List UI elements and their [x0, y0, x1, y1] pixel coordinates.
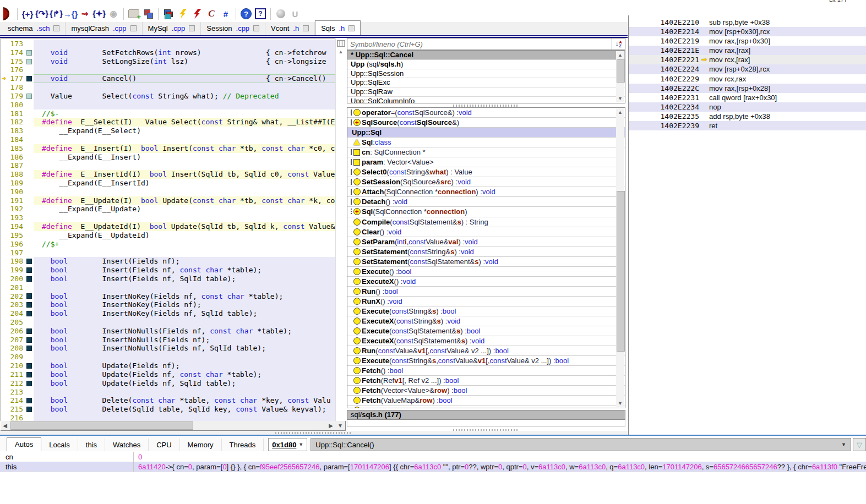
marker-column[interactable]	[25, 57, 34, 66]
disasm-row[interactable]: 1402E2239ret	[629, 121, 866, 130]
hash-icon[interactable]: #	[219, 7, 233, 20]
marker-column[interactable]	[25, 127, 34, 135]
marker-column[interactable]	[25, 396, 34, 405]
editor-right-bar[interactable]: ▲	[335, 38, 346, 421]
member-scope-header[interactable]: Upp::Sql	[347, 128, 625, 138]
marker-column[interactable]	[25, 361, 34, 370]
editor-line[interactable]: 204 bool InsertNoKey(Fields nf, SqlId ta…	[1, 309, 336, 318]
code-text[interactable]: bool InsertNoKey(Fields nf, SqlId table)…	[34, 309, 336, 318]
tab-schema[interactable]: schema.sch	[2, 22, 66, 35]
line-number[interactable]: 196	[1, 240, 25, 249]
tab-MySql[interactable]: MySql.cpp	[143, 22, 201, 35]
trace-icon[interactable]: ⇝	[78, 7, 92, 20]
marker-column[interactable]	[25, 213, 34, 222]
member-item[interactable]: Run() : bool	[347, 287, 625, 297]
marker-column[interactable]	[25, 144, 34, 153]
marker-column[interactable]	[25, 74, 34, 83]
layers-icon[interactable]	[161, 7, 176, 20]
marker-column[interactable]	[25, 249, 34, 258]
line-number[interactable]: 178	[1, 83, 25, 92]
marker-column[interactable]	[25, 83, 34, 92]
marker-column[interactable]	[25, 283, 34, 292]
member-item[interactable]: Attach(SqlConnection *connection) : void	[347, 187, 625, 197]
line-number[interactable]: 199	[1, 266, 25, 275]
editor-line[interactable]: 196//$+	[1, 240, 336, 249]
watch-row[interactable]: this6a11420->{ cn=0, param=[0] {} }, { c…	[0, 462, 866, 472]
line-number[interactable]: 208	[1, 344, 25, 353]
member-item[interactable]: Compile(const SqlStatement& s) : String	[347, 217, 625, 227]
member-item[interactable]: SetSession(SqlSource& src) : void	[347, 177, 625, 187]
marker-column[interactable]	[25, 48, 34, 57]
symbol-item[interactable]: * Upp::Sql::Cancel	[347, 51, 625, 60]
symbol-scrollbar[interactable]: ▲ ▼	[616, 51, 624, 102]
marker-column[interactable]	[25, 292, 34, 301]
bolt-red-icon[interactable]	[190, 7, 204, 20]
scroll-down-icon[interactable]: ▼	[616, 95, 624, 102]
code-editor[interactable]: 173174 void SetFetchRows(int nrows) { cn…	[1, 38, 346, 431]
code-text[interactable]: __Expand(E__InsertId)	[34, 179, 336, 188]
line-number[interactable]: 185	[1, 144, 25, 153]
code-text[interactable]: bool Insert(Fields nf, const char *table…	[34, 266, 336, 275]
editor-line[interactable]: 199 bool Insert(Fields nf, const char *t…	[1, 266, 336, 275]
member-item[interactable]: Run(const Value& v1 [, const Value& v2 .…	[347, 346, 625, 356]
editor-line[interactable]: 190	[1, 188, 336, 196]
line-number[interactable]: 202	[1, 292, 25, 301]
editor-line[interactable]: 198 bool Insert(Fields nf);	[1, 257, 336, 266]
help-circle-icon[interactable]: ?	[239, 7, 253, 20]
debugger-tab-memory[interactable]: Memory	[180, 439, 222, 451]
line-number[interactable]: 184	[1, 135, 25, 144]
code-text[interactable]: bool Delete(SqlId table, SqlId key, cons…	[34, 405, 336, 414]
member-item[interactable]: param : Vector<Value>	[347, 157, 625, 167]
run-to-cursor-icon[interactable]: →{}	[63, 7, 78, 20]
marker-column[interactable]	[25, 170, 34, 179]
scroll-thumb[interactable]	[617, 59, 625, 83]
marker-column[interactable]	[25, 109, 34, 118]
code-text[interactable]	[34, 388, 336, 397]
member-item[interactable]: cn : SqlConnection *	[347, 147, 625, 157]
disasm-row[interactable]: 1402E2219mov rax,[rsp+0x30]	[629, 36, 866, 46]
debugger-tab-locals[interactable]: Locals	[41, 439, 78, 451]
code-text[interactable]	[34, 101, 336, 109]
debugger-tab-threads[interactable]: Threads	[222, 439, 264, 451]
code-text[interactable]: bool InsertNoKey(Fields nf);	[34, 300, 336, 309]
member-item[interactable]: SqlSource(const SqlSource&)	[347, 118, 625, 128]
code-text[interactable]: #define E__Select(I) Value Select(const …	[34, 118, 336, 127]
symbol-item[interactable]: Upp (sql/sqls.h)	[347, 60, 625, 69]
stop-icon[interactable]	[0, 7, 14, 20]
frame-selector[interactable]: Upp::Sql::Cancel() ▼	[311, 438, 851, 451]
marker-column[interactable]	[25, 388, 34, 397]
line-number[interactable]: 201	[1, 283, 25, 292]
editor-line[interactable]: 203 bool InsertNoKey(Fields nf);	[1, 300, 336, 309]
member-item[interactable]: Fetch() : bool	[347, 366, 625, 376]
line-number[interactable]: 210	[1, 361, 25, 370]
marker-column[interactable]	[25, 222, 34, 231]
member-item[interactable]: Detach() : void	[347, 197, 625, 207]
hscroll-left-icon[interactable]: ◀	[1, 423, 9, 429]
line-number[interactable]: 204	[1, 309, 25, 318]
line-number[interactable]: 205	[1, 318, 25, 327]
code-text[interactable]: bool Update(Fields nf, const char *table…	[34, 370, 336, 379]
hscroll-thumb[interactable]	[10, 421, 193, 430]
line-number[interactable]: 195	[1, 231, 25, 240]
line-number[interactable]: 179	[1, 92, 25, 101]
line-number[interactable]: 209	[1, 353, 25, 361]
member-item[interactable]: Execute(const String& s) : bool	[347, 306, 625, 316]
line-number[interactable]: 212	[1, 379, 25, 388]
code-text[interactable]: bool Insert(Fields nf);	[34, 257, 336, 266]
code-text[interactable]	[34, 283, 336, 292]
member-item[interactable]: Fetch(Vector<Value>& row) : bool	[347, 386, 625, 396]
line-number[interactable]: 176	[1, 65, 25, 74]
main-splitter[interactable]	[0, 431, 628, 435]
line-number[interactable]: 173	[1, 40, 25, 48]
marker-column[interactable]	[25, 353, 34, 361]
editor-line[interactable]: 201	[1, 283, 336, 292]
line-number[interactable]: 192	[1, 205, 25, 213]
editor-line[interactable]: 210 bool Update(Fields nf);	[1, 361, 336, 370]
editor-line[interactable]: 207 bool InsertNoNulls(Fields nf);	[1, 336, 336, 344]
marker-column[interactable]	[25, 161, 34, 170]
tab-Vcont[interactable]: Vcont.h	[265, 22, 315, 35]
code-text[interactable]	[34, 353, 336, 361]
marker-column[interactable]	[25, 188, 34, 196]
editor-scroll-down-icon[interactable]: ▼	[335, 421, 345, 430]
marker-column[interactable]	[25, 231, 34, 240]
